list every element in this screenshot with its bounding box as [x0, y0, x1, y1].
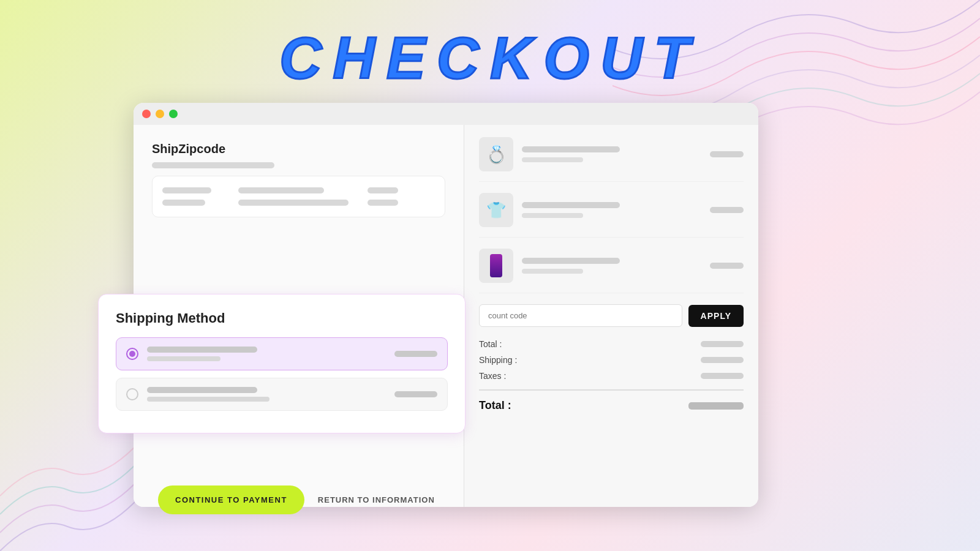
browser-titlebar — [134, 103, 758, 125]
option-price-2 — [394, 391, 437, 397]
addr-f6 — [368, 200, 398, 206]
total-line: Total : — [479, 389, 744, 412]
address-grid — [152, 176, 445, 217]
addr-f4 — [162, 200, 205, 206]
product-row-rings: 💍 — [479, 137, 744, 182]
subtotal-line: Total : — [479, 339, 744, 349]
shipping-line: Shipping : — [479, 355, 744, 365]
product-row-shirt: 👕 — [479, 193, 744, 238]
action-buttons: CONTINUE TO PAYMENT RETURN TO INFORMATIO… — [158, 485, 435, 514]
product-name-bar-1 — [522, 146, 620, 152]
taxes-line: Taxes : — [479, 371, 744, 381]
dot-green[interactable] — [169, 110, 178, 118]
radio-inner-1 — [129, 351, 135, 357]
subtotal-value — [701, 341, 744, 347]
return-to-information-button[interactable]: RETURN TO INFORMATION — [318, 495, 435, 504]
total-label: Total : — [479, 399, 511, 412]
section-title: ShipZipcode — [152, 142, 445, 156]
addr-f5 — [238, 200, 349, 206]
bg-waves-bottom-left — [0, 416, 135, 551]
taxes-label: Taxes : — [479, 371, 506, 381]
product-info-rings — [522, 146, 701, 162]
discount-area: APPLY — [479, 304, 744, 327]
addr-f1 — [162, 187, 211, 193]
shipping-value — [701, 357, 744, 363]
product-thumb-phone — [479, 249, 513, 283]
product-sub-bar-3 — [522, 269, 583, 274]
option-sub-bar-2 — [147, 397, 270, 402]
total-value — [688, 402, 744, 410]
shipping-option-1[interactable] — [116, 337, 448, 370]
page-title: CHECKOUT — [279, 24, 701, 92]
radio-circle-1[interactable] — [126, 348, 138, 360]
addr-f3 — [368, 187, 398, 193]
option-details-2 — [147, 387, 386, 402]
address-section: ShipZipcode — [152, 142, 445, 217]
shipping-option-2[interactable] — [116, 378, 448, 411]
phone-icon — [490, 254, 502, 277]
addr-f2 — [238, 187, 324, 193]
option-price-1 — [394, 351, 437, 357]
address-placeholder-1 — [152, 162, 274, 168]
dot-yellow[interactable] — [156, 110, 164, 118]
product-row-phone — [479, 249, 744, 293]
option-name-bar-2 — [147, 387, 257, 393]
rings-icon: 💍 — [486, 144, 507, 165]
shipping-panel: Shipping Method — [98, 294, 466, 433]
product-sub-bar-2 — [522, 213, 583, 218]
product-thumb-rings: 💍 — [479, 137, 513, 171]
option-name-bar-1 — [147, 347, 257, 353]
option-sub-bar-1 — [147, 356, 221, 361]
subtotal-label: Total : — [479, 339, 502, 349]
product-info-phone — [522, 258, 701, 274]
product-price-2 — [710, 207, 744, 213]
taxes-value — [701, 373, 744, 379]
option-details-1 — [147, 347, 386, 361]
shipping-title: Shipping Method — [116, 310, 448, 326]
product-sub-bar-1 — [522, 157, 583, 162]
product-price-1 — [710, 151, 744, 157]
product-price-3 — [710, 263, 744, 269]
dot-red[interactable] — [142, 110, 151, 118]
shipping-label: Shipping : — [479, 355, 517, 365]
discount-input[interactable] — [479, 304, 682, 327]
product-name-bar-3 — [522, 258, 620, 264]
shirt-icon: 👕 — [486, 201, 506, 220]
product-thumb-shirt: 👕 — [479, 193, 513, 227]
continue-to-payment-button[interactable]: CONTINUE TO PAYMENT — [158, 485, 304, 514]
apply-button[interactable]: APPLY — [688, 305, 744, 327]
product-info-shirt — [522, 202, 701, 218]
radio-circle-2[interactable] — [126, 388, 138, 400]
product-name-bar-2 — [522, 202, 620, 208]
right-panel: 💍 👕 — [464, 125, 758, 507]
